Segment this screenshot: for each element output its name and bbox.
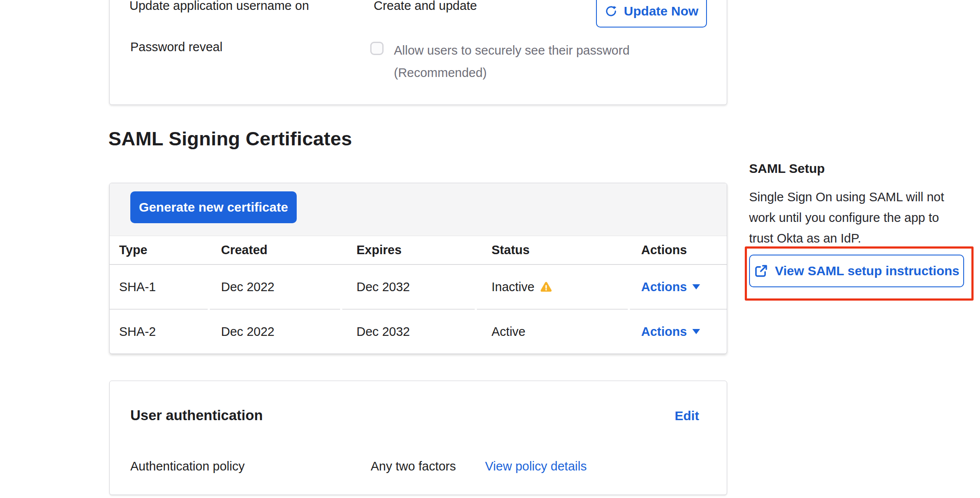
saml-certificates-heading: SAML Signing Certificates [108, 127, 352, 151]
view-policy-details-link[interactable]: View policy details [485, 458, 587, 475]
authentication-policy-label: Authentication policy [130, 458, 245, 475]
cell-expires: Dec 2032 [342, 310, 475, 354]
cell-status: Inactive [477, 265, 628, 310]
sign-on-settings-card: Update application username on Create an… [109, 0, 727, 105]
external-link-icon [754, 264, 768, 278]
actions-menu-button[interactable]: Actions [641, 325, 687, 339]
saml-setup-description-line2: work until you configure the app to [749, 207, 944, 228]
user-authentication-heading: User authentication [130, 406, 263, 425]
caret-down-icon [692, 329, 700, 334]
cell-expires: Dec 2032 [342, 265, 475, 310]
actions-menu-button[interactable]: Actions [641, 280, 687, 294]
password-reveal-description-line2: (Recommended) [394, 61, 630, 84]
caret-down-icon [692, 284, 700, 289]
status-text: Inactive [492, 280, 535, 294]
refresh-icon [605, 5, 617, 18]
password-reveal-description: Allow users to securely see their passwo… [394, 39, 630, 84]
update-username-label: Update application username on [129, 0, 309, 13]
saml-setup-description-line3: trust Okta as an IdP. [749, 228, 944, 249]
cell-created: Dec 2022 [210, 265, 340, 310]
column-header-created: Created [210, 243, 340, 257]
update-now-button[interactable]: Update Now [596, 0, 707, 28]
app-settings-page: Update application username on Create an… [0, 0, 980, 498]
update-username-value: Create and update [374, 0, 477, 13]
saml-setup-description: Single Sign On using SAML will not work … [749, 187, 944, 249]
saml-setup-description-line1: Single Sign On using SAML will not [749, 187, 944, 207]
authentication-policy-value: Any two factors [371, 458, 456, 475]
actions-label: Actions [641, 325, 687, 338]
generate-certificate-button[interactable]: Generate new certificate [130, 191, 297, 223]
actions-label: Actions [641, 280, 687, 294]
table-row-sha2: SHA-2 Dec 2022 Dec 2032 Active Actions [110, 310, 727, 354]
table-row-sha1: SHA-1 Dec 2022 Dec 2032 Inactive [110, 265, 727, 310]
view-saml-setup-label: View SAML setup instructions [775, 264, 959, 278]
password-reveal-checkbox[interactable] [370, 42, 384, 55]
warning-icon [540, 281, 552, 293]
certificates-table-header: Type Created Expires Status Actions [110, 236, 727, 265]
saml-setup-heading: SAML Setup [749, 161, 825, 176]
column-header-type: Type [110, 243, 208, 257]
saml-certificates-panel: Generate new certificate Type Created Ex… [109, 183, 727, 354]
cell-type: SHA-1 [110, 265, 208, 310]
cell-type: SHA-2 [110, 310, 208, 354]
cell-actions: Actions [630, 265, 727, 310]
cell-actions: Actions [630, 310, 727, 354]
view-saml-setup-instructions-button[interactable]: View SAML setup instructions [749, 255, 964, 287]
cell-status: Active [477, 310, 628, 354]
user-authentication-card: User authentication Edit Authentication … [109, 381, 727, 495]
password-reveal-description-line1: Allow users to securely see their passwo… [394, 39, 630, 61]
password-reveal-label: Password reveal [130, 39, 222, 55]
column-header-status: Status [477, 243, 628, 257]
cell-created: Dec 2022 [210, 310, 340, 354]
update-now-label: Update Now [624, 4, 698, 18]
edit-link[interactable]: Edit [675, 409, 699, 423]
certificates-toolbar: Generate new certificate [110, 183, 727, 236]
status-text: Active [492, 325, 525, 339]
column-header-expires: Expires [342, 243, 475, 257]
column-header-actions: Actions [630, 243, 727, 257]
